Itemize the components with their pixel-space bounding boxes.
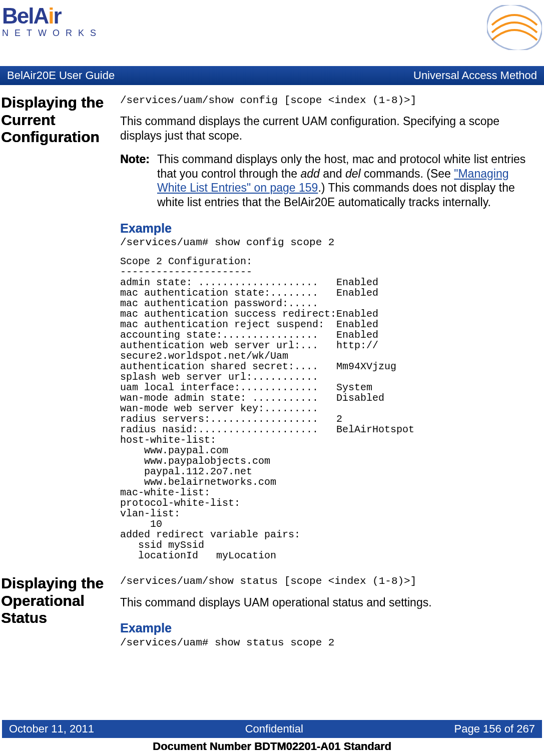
note-text: This command displays only the host, mac…	[157, 152, 535, 210]
command-description: This command displays the current UAM co…	[120, 114, 535, 143]
section-heading: Displaying the Operational Status	[0, 575, 120, 627]
section-body: /services/uam/show status [scope <index …	[120, 575, 539, 649]
footer-confidential: Confidential	[245, 722, 303, 735]
footer-bar: October 11, 2011 Confidential Page 156 o…	[2, 720, 542, 738]
section-displaying-status: Displaying the Operational Status /servi…	[0, 575, 539, 649]
chapter-title: Universal Access Method	[413, 69, 537, 82]
wave-icon	[487, 5, 542, 52]
logo-subtext: NETWORKS	[2, 28, 102, 39]
section-heading: Displaying the Current Configuration	[0, 94, 120, 146]
footer-page: Page 156 of 267	[454, 722, 535, 735]
document-number: Document Number BDTM02201-A01 Standard	[0, 740, 544, 753]
section-displaying-config: Displaying the Current Configuration /se…	[0, 94, 539, 561]
example-heading: Example	[120, 620, 535, 636]
command-syntax: /services/uam/show config [scope <index …	[120, 94, 535, 107]
logo: BelAir NETWORKS	[2, 5, 102, 39]
guide-title: BelAir20E User Guide	[7, 69, 115, 82]
example-heading: Example	[120, 221, 535, 236]
note-and: and	[320, 167, 345, 180]
example-output: Scope 2 Configuration: -----------------…	[120, 256, 535, 561]
main-content: Displaying the Current Configuration /se…	[0, 85, 544, 649]
example-command: /services/uam# show config scope 2	[120, 236, 535, 249]
page-header: BelAir NETWORKS	[0, 0, 544, 52]
command-description: This command displays UAM operational st…	[120, 595, 535, 610]
note-mid1: commands. (See	[361, 167, 454, 180]
note-add-cmd: add	[300, 167, 319, 180]
note-label: Note:	[120, 152, 157, 167]
footer-date: October 11, 2011	[9, 722, 94, 735]
section-body: /services/uam/show config [scope <index …	[120, 94, 539, 561]
note-block: Note: This command displays only the hos…	[120, 152, 535, 210]
logo-main: BelAir	[2, 5, 61, 27]
command-syntax: /services/uam/show status [scope <index …	[120, 575, 535, 588]
note-del-cmd: del	[345, 167, 361, 180]
title-bar: BelAir20E User Guide Universal Access Me…	[0, 66, 544, 85]
example-command: /services/uam# show status scope 2	[120, 636, 535, 649]
svg-rect-0	[487, 5, 542, 50]
